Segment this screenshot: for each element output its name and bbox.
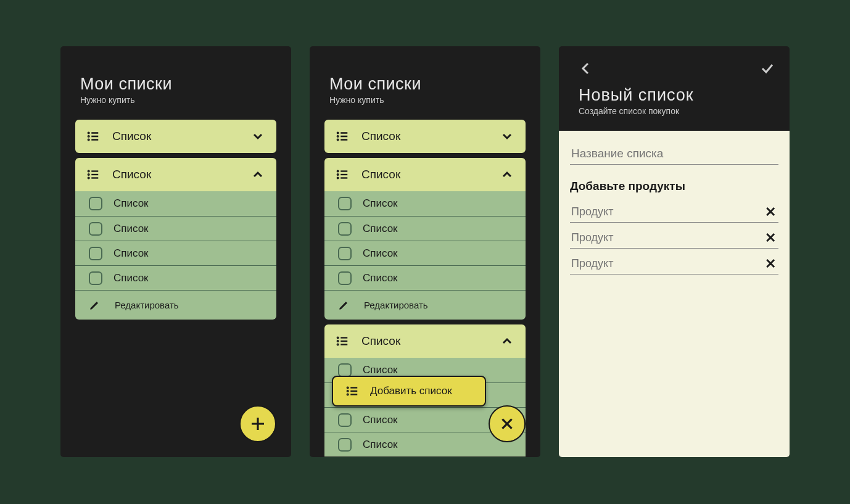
close-icon <box>499 416 515 432</box>
pencil-icon <box>338 300 349 311</box>
list-item-label: Список <box>363 223 398 235</box>
screen-my-lists: Мои списки Нужно купить Список Список Сп… <box>60 46 291 457</box>
plus-icon <box>249 415 267 433</box>
list-row-expanded[interactable]: Список <box>324 158 526 191</box>
svg-point-29 <box>337 337 339 339</box>
list-item[interactable]: Список <box>324 265 526 290</box>
list-row-expanded[interactable]: Список <box>75 158 276 191</box>
list-item[interactable]: Список <box>324 241 526 265</box>
section-title: Добавьте продукты <box>570 180 778 193</box>
sub-list: Список Список Список Список <box>324 358 526 456</box>
list-row-label: Список <box>361 334 400 348</box>
list-icon <box>345 384 359 398</box>
product-input[interactable] <box>570 202 762 222</box>
checkbox[interactable] <box>89 271 102 285</box>
svg-point-30 <box>337 341 339 342</box>
product-row: ✕ <box>570 228 778 249</box>
edit-label: Редактировать <box>364 300 428 310</box>
product-row: ✕ <box>570 254 778 275</box>
page-subtitle: Создайте список покупок <box>579 106 775 116</box>
chevron-down-icon <box>250 129 265 144</box>
edit-label: Редактировать <box>115 300 179 310</box>
chevron-up-icon <box>500 167 514 182</box>
svg-point-18 <box>337 136 339 137</box>
list-item-label: Список <box>113 223 149 235</box>
checkbox[interactable] <box>89 247 102 260</box>
svg-point-24 <box>337 174 339 175</box>
list-name-input[interactable] <box>570 143 778 165</box>
list-item[interactable]: Список <box>75 191 276 216</box>
svg-point-19 <box>337 139 339 141</box>
list-row-collapsed[interactable]: Список <box>324 120 526 153</box>
add-fab[interactable] <box>239 405 276 442</box>
list-row-label: Список <box>361 168 400 181</box>
chevron-up-icon <box>500 334 514 349</box>
checkbox[interactable] <box>338 247 352 260</box>
page-title: Мои списки <box>80 75 276 94</box>
svg-point-10 <box>88 174 89 175</box>
list-item[interactable]: Список <box>75 241 276 265</box>
svg-point-11 <box>88 178 89 179</box>
remove-icon[interactable]: ✕ <box>762 256 778 272</box>
list-item-label: Список <box>113 247 149 260</box>
list-icon <box>336 334 349 348</box>
add-list-popup[interactable]: Добавить список <box>332 376 486 407</box>
remove-icon[interactable]: ✕ <box>762 204 778 220</box>
chevron-up-icon <box>250 167 265 182</box>
checkbox[interactable] <box>338 197 352 210</box>
checkbox[interactable] <box>89 222 102 236</box>
page-subtitle: Нужно купить <box>80 95 276 105</box>
svg-point-35 <box>347 387 349 389</box>
edit-button[interactable]: Редактировать <box>324 290 526 320</box>
product-input[interactable] <box>570 254 762 274</box>
page-subtitle: Нужно купить <box>329 95 526 105</box>
confirm-icon[interactable] <box>760 61 775 76</box>
svg-point-5 <box>88 139 89 141</box>
list-row-label: Список <box>112 168 151 181</box>
list-item-label: Список <box>113 197 149 210</box>
list-item-label: Список <box>363 272 398 284</box>
svg-point-17 <box>337 133 339 134</box>
list-item[interactable]: Список <box>324 191 526 216</box>
list-item[interactable]: Список <box>75 265 276 290</box>
list-row-label: Список <box>361 130 400 143</box>
checkbox[interactable] <box>338 363 352 377</box>
svg-point-4 <box>88 136 89 137</box>
list-item-label: Список <box>113 272 149 284</box>
list-item-label: Список <box>363 439 398 451</box>
sub-list: Список Список Список Список Редактироват… <box>75 191 276 320</box>
edit-button[interactable]: Редактировать <box>75 290 276 320</box>
checkbox[interactable] <box>338 438 352 452</box>
chevron-down-icon <box>500 129 514 144</box>
page-title: Новый список <box>579 86 775 105</box>
header: Мои списки Нужно купить <box>60 46 291 120</box>
checkbox[interactable] <box>338 222 352 236</box>
header: Новый список Создайте список покупок <box>559 46 790 131</box>
checkbox[interactable] <box>89 197 102 210</box>
svg-point-36 <box>347 390 349 392</box>
list-row-collapsed[interactable]: Список <box>75 120 276 153</box>
list-row-label: Список <box>112 130 151 143</box>
svg-point-9 <box>88 171 89 172</box>
svg-point-37 <box>347 394 349 395</box>
list-icon <box>336 130 349 143</box>
screen-new-list: Новый список Создайте список покупок Доб… <box>559 46 790 457</box>
list-icon <box>86 168 100 181</box>
checkbox[interactable] <box>338 271 352 285</box>
list-row-expanded[interactable]: Список <box>324 324 526 358</box>
screen-my-lists-popup: Мои списки Нужно купить Список Список Сп… <box>310 46 540 457</box>
list-item[interactable]: Список <box>324 216 526 241</box>
list-item[interactable]: Список <box>75 216 276 241</box>
back-icon[interactable] <box>579 61 593 76</box>
close-fab[interactable] <box>489 405 526 442</box>
checkbox[interactable] <box>338 413 352 427</box>
product-row: ✕ <box>570 202 778 223</box>
list-item-label: Список <box>363 414 398 426</box>
list-icon <box>336 168 349 181</box>
sub-list: Список Список Список Список Редактироват… <box>324 191 526 320</box>
form-area: Добавьте продукты ✕ ✕ ✕ <box>559 131 790 457</box>
remove-icon[interactable]: ✕ <box>762 230 778 246</box>
product-input[interactable] <box>570 228 762 248</box>
page-title: Мои списки <box>329 75 526 94</box>
svg-point-3 <box>88 133 89 134</box>
